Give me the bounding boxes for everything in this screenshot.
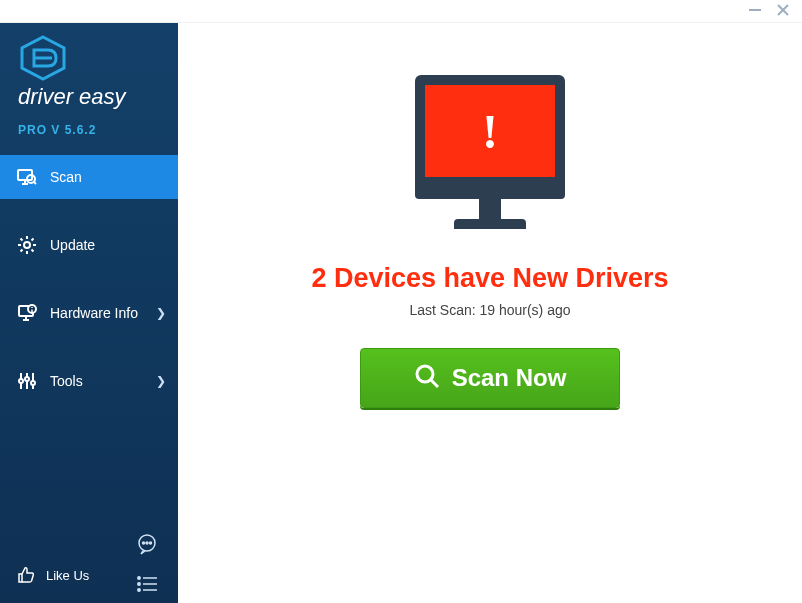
svg-point-20: [31, 381, 35, 385]
thumb-up-icon: [16, 565, 36, 585]
svg-text:driver easy: driver easy: [18, 85, 128, 109]
sidebar: driver easy PRO V 5.6.2 Sca: [0, 23, 178, 603]
titlebar: [0, 0, 802, 22]
svg-point-11: [24, 242, 30, 248]
search-icon: [414, 363, 440, 393]
svg-line-32: [431, 380, 438, 387]
feedback-icon[interactable]: [136, 533, 158, 555]
close-button[interactable]: [776, 3, 790, 19]
scan-icon: [16, 166, 38, 188]
minimize-button[interactable]: [748, 3, 762, 19]
app-logo: driver easy: [0, 23, 178, 119]
svg-point-18: [19, 379, 23, 383]
sidebar-item-update[interactable]: Update: [0, 223, 178, 267]
svg-line-10: [34, 182, 36, 184]
scan-now-button[interactable]: Scan Now: [360, 348, 620, 408]
svg-point-23: [146, 542, 148, 544]
gear-icon: [16, 234, 38, 256]
sidebar-nav: Scan Update: [0, 155, 178, 427]
alert-mark: !: [482, 104, 498, 159]
last-scan-label: Last Scan: 19 hour(s) ago: [409, 302, 570, 318]
sidebar-item-label: Tools: [50, 373, 83, 389]
svg-point-22: [143, 542, 145, 544]
tools-icon: [16, 370, 38, 392]
chevron-right-icon: ❯: [156, 306, 166, 320]
svg-point-31: [417, 366, 433, 382]
svg-point-24: [150, 542, 152, 544]
svg-point-19: [25, 377, 29, 381]
main-area: ! 2 Devices have New Drivers Last Scan: …: [178, 23, 802, 603]
sidebar-item-label: Hardware Info: [50, 305, 138, 321]
sidebar-item-hardware-info[interactable]: Hardware Info ❯: [0, 291, 178, 335]
scan-now-label: Scan Now: [452, 364, 567, 392]
sidebar-item-scan[interactable]: Scan: [0, 155, 178, 199]
chevron-right-icon: ❯: [156, 374, 166, 388]
status-headline: 2 Devices have New Drivers: [311, 263, 668, 294]
app-window: driver easy PRO V 5.6.2 Sca: [0, 0, 802, 603]
sidebar-item-label: Update: [50, 237, 95, 253]
sidebar-item-tools[interactable]: Tools ❯: [0, 359, 178, 403]
version-label: PRO V 5.6.2: [18, 123, 178, 137]
sidebar-item-label: Scan: [50, 169, 82, 185]
hardware-info-icon: [16, 302, 38, 324]
sidebar-like-us[interactable]: Like Us: [0, 555, 178, 595]
like-us-label: Like Us: [46, 568, 89, 583]
monitor-alert-icon: !: [415, 75, 565, 229]
app-body: driver easy PRO V 5.6.2 Sca: [0, 22, 802, 603]
